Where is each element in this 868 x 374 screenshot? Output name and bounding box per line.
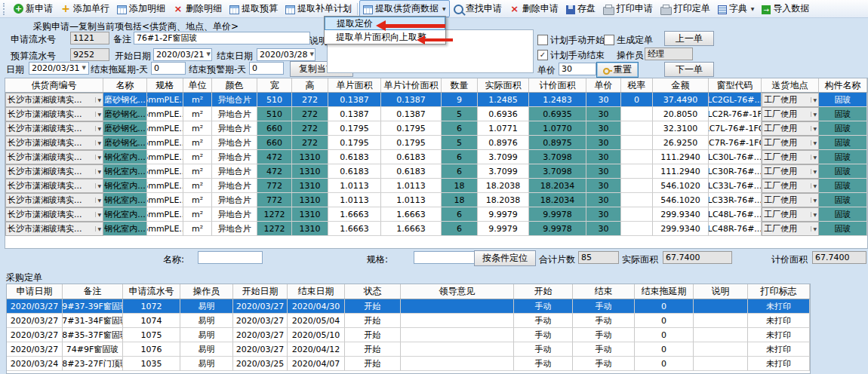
new-request-button[interactable]: + 新申请 (10, 0, 57, 17)
add-row-button[interactable]: + 添加单行 (57, 0, 113, 17)
date-picker[interactable]: 2020/03/31 ▼ (29, 62, 89, 75)
column-header[interactable]: 规格 (147, 78, 183, 92)
save-button[interactable]: 存盘 (562, 0, 599, 17)
column-header[interactable]: 实际面积 (478, 78, 529, 92)
budget-no-field[interactable]: 9252 (70, 48, 109, 61)
column-header[interactable]: 单位 (183, 78, 212, 92)
table-row[interactable]: 2020/03/2488#23-27F门顶玻1035易明2020/03/2520… (7, 357, 810, 371)
table-row[interactable]: 长沙市潇湘玻璃实...▼钢化室内...6mmPLE...m²异地合片772131… (5, 193, 867, 207)
table-cell[interactable]: 工厂使用▼ (762, 150, 819, 164)
extract-budget-button[interactable]: 提取预算 (226, 0, 282, 17)
locate-by-condition-button[interactable]: 按条件定位 (474, 250, 536, 266)
table-cell[interactable]: 工厂使用▼ (762, 179, 819, 193)
table-cell[interactable]: 工厂使用▼ (762, 93, 819, 107)
column-header[interactable]: 金额 (653, 78, 709, 92)
column-header[interactable]: 高 (292, 78, 328, 92)
table-row[interactable]: 长沙市潇湘玻璃实...▼钢化室内...6mmPLE...m²异地合片127213… (5, 207, 867, 222)
locator-spec-field[interactable] (414, 251, 476, 264)
end-date-picker[interactable]: 2020/03/28 ▼ (257, 48, 315, 61)
table-cell[interactable]: 长沙市潇湘玻璃实...▼ (5, 207, 103, 222)
column-header[interactable]: 结束拖延期 (635, 284, 694, 299)
column-header[interactable]: 送货地点 (762, 78, 819, 92)
column-header[interactable]: 单价 (586, 78, 621, 92)
start-date-picker[interactable]: 2020/03/21 ▼ (153, 48, 212, 61)
table-row[interactable]: 长沙市潇湘玻璃实...▼钢化室内...6mmPLE...m²异地合片772131… (5, 179, 867, 193)
column-header[interactable]: 说明 (694, 284, 748, 299)
column-header[interactable]: 计价面积 (529, 78, 586, 92)
table-cell[interactable]: 长沙市潇湘玻璃实...▼ (5, 121, 103, 136)
table-cell[interactable]: 长沙市潇湘玻璃实...▼ (5, 93, 103, 107)
table-row[interactable]: 长沙市潇湘玻璃实...▼磨砂钢化...6mmPLE...m²异地合片510272… (5, 107, 867, 121)
print-order-button[interactable]: 打印定单 (657, 0, 714, 17)
table-row[interactable]: 2020/03/2788#35-37F窗固玻1075易明2020/03/2720… (7, 328, 810, 342)
column-header[interactable]: 状态 (345, 284, 401, 299)
column-header[interactable]: 颜色 (212, 78, 257, 92)
delay-field[interactable]: 0 (151, 62, 186, 75)
table-row[interactable]: 2020/03/2787#31-34F窗固玻1074易明2020/03/2720… (7, 314, 810, 328)
column-header[interactable]: 数量 (442, 78, 478, 92)
column-header[interactable]: 结束日期 (288, 284, 345, 299)
column-header[interactable]: 名称 (103, 78, 147, 92)
column-header[interactable]: 开始日期 (233, 284, 288, 299)
extract-supplier-data-button[interactable]: 提取供货商数据 ▼ (359, 0, 450, 17)
table-cell[interactable]: 工厂使用▼ (762, 121, 819, 136)
table-cell[interactable]: 工厂使用▼ (762, 136, 819, 150)
column-header[interactable]: 供货商编号 (5, 78, 103, 92)
column-header[interactable]: 单片面积 (328, 78, 381, 92)
table-cell[interactable]: 工厂使用▼ (762, 164, 819, 179)
column-header[interactable]: 备注 (63, 284, 123, 299)
table-row[interactable]: 长沙市潇湘玻璃实...▼磨砂钢化...6mmPLE...m²异地合片660272… (5, 136, 867, 150)
table-row[interactable]: 长沙市潇湘玻璃实...▼钢化室内...6mmPLE...m²异地合片127213… (5, 222, 867, 236)
manual-start-checkbox[interactable] (537, 35, 548, 45)
dictionary-button[interactable]: 字典 ▼ (714, 0, 759, 17)
table-row[interactable]: 长沙市潇湘玻璃实...▼钢化室内...6mmPLE...m²异地合片472131… (5, 164, 867, 179)
table-cell[interactable]: 长沙市潇湘玻璃实...▼ (5, 179, 103, 193)
import-data-button[interactable]: → 导入数据 (758, 0, 813, 17)
table-cell[interactable]: 工厂使用▼ (762, 107, 819, 121)
column-header[interactable]: 税率 (621, 78, 653, 92)
warn-field[interactable]: 0 (249, 62, 284, 75)
column-header[interactable]: 申请日期 (7, 284, 63, 299)
table-cell[interactable]: 工厂使用▼ (762, 193, 819, 207)
apply-no-field[interactable]: 1121 (70, 32, 109, 44)
column-header[interactable]: 构件名称 (819, 78, 867, 92)
table-cell[interactable]: 长沙市潇湘玻璃实...▼ (5, 107, 103, 121)
table-row[interactable]: 2020/03/2774#9F窗固玻1076易明2020/03/272020/0… (7, 342, 810, 357)
manual-end-checkbox[interactable]: ✓ (537, 50, 548, 60)
delete-detail-button[interactable]: × 删除明细 (169, 0, 226, 17)
add-detail-button[interactable]: 添加明细 (113, 0, 169, 17)
column-header[interactable]: 领导意见 (401, 284, 514, 299)
next-order-button[interactable]: 下一单 (664, 62, 714, 77)
print-request-button[interactable]: 打印申请 (599, 0, 657, 17)
table-cell[interactable]: 工厂使用▼ (762, 222, 819, 236)
operator-field[interactable]: 经理 (645, 48, 693, 60)
column-header[interactable]: 结束 (573, 284, 635, 299)
table-row[interactable]: 2020/03/2789#37-39F窗固玻1072易明2020/03/2720… (7, 299, 810, 314)
locator-name-field[interactable] (198, 251, 263, 264)
remark-field[interactable]: 76#1-2F窗固玻 (134, 32, 310, 44)
table-row[interactable]: 长沙市潇湘玻璃实...▼磨砂钢化...6mmPLE...m²异地合片660272… (5, 121, 867, 136)
table-cell[interactable]: 长沙市潇湘玻璃实...▼ (5, 164, 103, 179)
column-header[interactable]: 单片计价面积 (381, 78, 442, 92)
table-cell[interactable]: 长沙市潇湘玻璃实...▼ (5, 222, 103, 236)
column-header[interactable]: 操作员 (180, 284, 233, 299)
column-header[interactable]: 打印标志 (748, 284, 810, 299)
prev-order-button[interactable]: 上一单 (664, 31, 714, 46)
table-cell[interactable]: 长沙市潇湘玻璃实...▼ (5, 150, 103, 164)
column-header[interactable]: 申请流水号 (123, 284, 180, 299)
unit-price-field[interactable]: 30 (559, 63, 596, 75)
reset-button[interactable]: 重置 (596, 62, 639, 78)
column-header[interactable]: 窗型代码 (709, 78, 762, 92)
column-header[interactable]: 宽 (257, 78, 292, 92)
extract-supplement-plan-button[interactable]: 提取补单计划 (282, 0, 356, 17)
table-cell[interactable]: 长沙市潇湘玻璃实...▼ (5, 136, 103, 150)
table-cell[interactable]: 工厂使用▼ (762, 207, 819, 222)
column-header[interactable]: 开始 (514, 284, 573, 299)
delete-request-button[interactable]: × 删除申请 (506, 0, 562, 17)
dropdown-arrow-icon: ▼ (95, 169, 101, 174)
generate-order-checkbox[interactable] (604, 35, 614, 45)
table-cell[interactable]: 长沙市潇湘玻璃实...▼ (5, 193, 103, 207)
table-row[interactable]: 长沙市潇湘玻璃实...▼磨砂钢化...6mmPLE...m²异地合片510272… (5, 93, 867, 107)
table-row[interactable]: 长沙市潇湘玻璃实...▼钢化室内...6mmPLE...m²异地合片472131… (5, 150, 867, 164)
find-request-button[interactable]: 查找申请 (450, 0, 506, 17)
